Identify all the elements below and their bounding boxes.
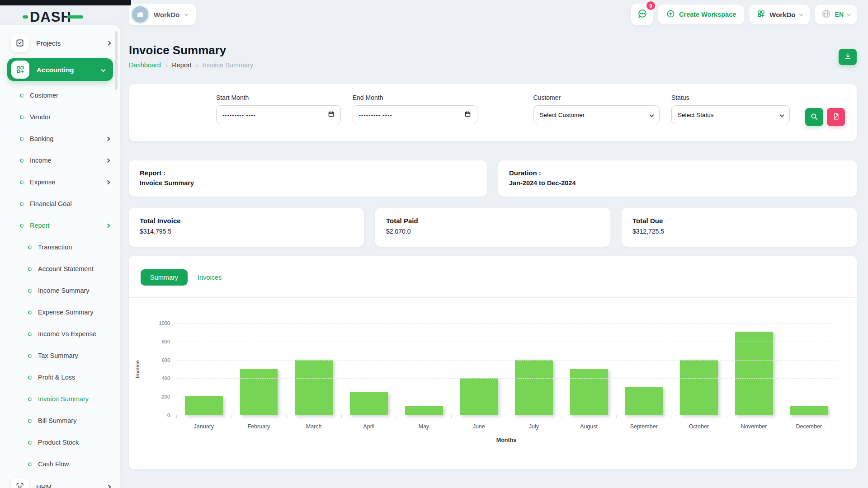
bullet-icon bbox=[28, 266, 33, 272]
sidebar-scrollbar[interactable] bbox=[115, 31, 118, 90]
sidebar-item-projects[interactable]: Projects bbox=[0, 31, 120, 55]
chart-bar-september[interactable] bbox=[625, 387, 663, 415]
x-axis-label: June bbox=[451, 423, 506, 430]
download-button[interactable] bbox=[839, 49, 857, 65]
invoice-bar-chart: Invoice 02004006008001000 JanuaryFebruar… bbox=[176, 323, 836, 443]
gridline bbox=[176, 397, 836, 397]
customer-select[interactable]: Select Customer bbox=[533, 105, 660, 124]
sidebar-item-banking[interactable]: Banking bbox=[0, 128, 120, 150]
search-button[interactable] bbox=[805, 108, 823, 126]
chart-bar-january[interactable] bbox=[185, 396, 223, 415]
tab-invoices[interactable]: Invoices bbox=[198, 274, 222, 281]
sidebar-item-income[interactable]: Income bbox=[0, 150, 120, 171]
bar-slot bbox=[341, 392, 396, 415]
create-workspace-label: Create Workspace bbox=[679, 11, 736, 18]
sidebar-item-profit-loss[interactable]: Profit & Loss bbox=[0, 366, 120, 388]
y-axis-tick: 600 bbox=[162, 357, 170, 363]
chart-bar-october[interactable] bbox=[680, 360, 718, 415]
tab-summary[interactable]: Summary bbox=[141, 269, 188, 286]
sidebar-item-accounting[interactable]: Accounting bbox=[7, 58, 113, 81]
breadcrumb-report[interactable]: Report bbox=[172, 61, 192, 69]
chevron-right-icon bbox=[106, 158, 110, 163]
breadcrumb-dashboard[interactable]: Dashboard bbox=[129, 61, 161, 69]
status-select[interactable]: Select Status bbox=[671, 105, 790, 124]
reset-filter-button[interactable] bbox=[827, 108, 845, 126]
x-axis-title: Months bbox=[176, 437, 836, 443]
y-axis-tick: 0 bbox=[167, 413, 170, 418]
start-month-label: Start Month bbox=[216, 94, 341, 101]
status-select-value: Select Status bbox=[678, 112, 780, 118]
chart-bar-august[interactable] bbox=[570, 369, 608, 415]
language-selector[interactable]: EN bbox=[815, 5, 857, 24]
sidebar-item-product-stock[interactable]: Product Stock bbox=[0, 432, 120, 453]
chart-bar-may[interactable] bbox=[405, 406, 443, 415]
sidebar-subitem-label: Tax Summary bbox=[38, 352, 109, 359]
bullet-icon bbox=[28, 440, 33, 445]
bullet-icon bbox=[19, 201, 25, 206]
x-axis-label: April bbox=[341, 423, 396, 430]
sidebar-subitem-label: Vendor bbox=[30, 113, 109, 121]
page-header: Invoice Summary Dashboard › Report › Inv… bbox=[129, 43, 857, 69]
sidebar-item-expense-summary[interactable]: Expense Summary bbox=[0, 301, 120, 323]
sidebar-item-expense[interactable]: Expense bbox=[0, 171, 120, 193]
sidebar-item-report[interactable]: Report bbox=[0, 215, 120, 236]
bullet-icon bbox=[19, 158, 25, 163]
x-axis-label: May bbox=[396, 423, 452, 430]
filter-card: Start Month --------- ---- End Month ---… bbox=[129, 84, 857, 141]
sidebar-subitem-label: Expense Summary bbox=[38, 309, 109, 316]
sidebar-item-tax-summary[interactable]: Tax Summary bbox=[0, 345, 120, 366]
grid-plus-icon bbox=[11, 61, 29, 79]
logo-dash-right bbox=[67, 15, 83, 19]
chart-bar-april[interactable] bbox=[350, 392, 388, 415]
sidebar-item-bill-summary[interactable]: Bill Summary bbox=[0, 410, 120, 432]
sidebar-item-label: Accounting bbox=[37, 66, 102, 74]
x-axis-ticks bbox=[176, 415, 836, 418]
total-card-label: Total Invoice bbox=[140, 217, 353, 225]
messages-button[interactable]: 0 bbox=[631, 4, 653, 25]
sidebar-subitem-label: Income bbox=[30, 157, 106, 164]
chevron-right-icon bbox=[106, 223, 110, 228]
sidebar-subitem-label: Account Statement bbox=[38, 265, 109, 272]
chart-plot-area: Invoice 02004006008001000 bbox=[176, 323, 836, 415]
y-axis-tick: 800 bbox=[162, 339, 170, 344]
chart-bar-july[interactable] bbox=[515, 360, 553, 415]
start-month-input[interactable]: --------- ---- bbox=[216, 105, 341, 124]
app-switcher-button[interactable]: WorkDo bbox=[750, 5, 809, 24]
sidebar-subitem-label: Financial Goal bbox=[30, 200, 109, 207]
sidebar-item-customer[interactable]: Customer bbox=[0, 84, 120, 106]
workspace-selector[interactable]: WorkDo bbox=[129, 4, 196, 25]
x-axis-labels: JanuaryFebruaryMarchAprilMayJuneJulyAugu… bbox=[176, 423, 836, 430]
sidebar-subitem-label: Bill Summary bbox=[38, 417, 109, 424]
sidebar-item-invoice-summary[interactable]: Invoice Summary bbox=[0, 388, 120, 410]
app-logo[interactable]: DASH bbox=[30, 9, 71, 25]
total-card-value: $2,070.0 bbox=[386, 228, 599, 235]
report-info-card: Report : Invoice Summary bbox=[129, 160, 487, 197]
sidebar-item-hrm[interactable]: HRM bbox=[0, 475, 120, 488]
bar-slot bbox=[616, 387, 671, 415]
sidebar-item-account-statement[interactable]: Account Statement bbox=[0, 258, 120, 280]
chart-bar-december[interactable] bbox=[790, 406, 828, 415]
customer-select-value: Select Customer bbox=[540, 112, 650, 118]
face-scan-icon bbox=[11, 478, 29, 488]
plus-circle-icon bbox=[666, 9, 675, 19]
logo-text: DASH bbox=[30, 9, 71, 25]
sidebar-item-income-vs-expense[interactable]: Income Vs Expense bbox=[0, 323, 120, 345]
chevron-down-icon bbox=[780, 113, 784, 117]
create-workspace-button[interactable]: Create Workspace bbox=[658, 5, 744, 24]
chart-bar-march[interactable] bbox=[295, 360, 333, 415]
chevron-down-icon bbox=[184, 12, 188, 15]
y-axis-tick: 200 bbox=[162, 394, 170, 399]
chart-bar-november[interactable] bbox=[735, 332, 773, 415]
x-axis-label: February bbox=[231, 423, 287, 430]
x-axis-label: August bbox=[561, 423, 617, 430]
sidebar-item-income-summary[interactable]: Income Summary bbox=[0, 280, 120, 301]
sidebar-item-vendor[interactable]: Vendor bbox=[0, 106, 120, 128]
sidebar-item-financial-goal[interactable]: Financial Goal bbox=[0, 193, 120, 215]
end-month-input[interactable]: --------- ---- bbox=[353, 105, 477, 124]
sidebar-item-label: Projects bbox=[36, 39, 107, 47]
sidebar-item-transaction[interactable]: Transaction bbox=[0, 236, 120, 258]
chart-card: Summary Invoices Invoice 020040060080010… bbox=[129, 256, 857, 469]
sidebar-item-cash-flow[interactable]: Cash Flow bbox=[0, 453, 120, 475]
chart-bar-february[interactable] bbox=[240, 369, 278, 415]
duration-info-card: Duration : Jan-2024 to Dec-2024 bbox=[498, 160, 857, 197]
